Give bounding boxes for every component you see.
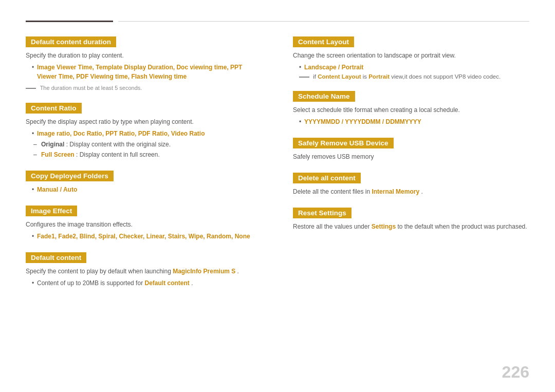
bullets-schedule-name: YYYYMMDD / YYYYDDMM / DDMMYYYY [293, 117, 529, 126]
if-text-prefix: if [313, 73, 318, 80]
page-number: 226 [502, 363, 529, 382]
desc-internal-memory: Internal Memory [372, 188, 419, 195]
section-default-content: Default content Specify the content to p… [26, 252, 262, 288]
desc-text: Specify the content to play by default w… [26, 268, 173, 275]
bullet-item: Image Viewer Time, Template Display Dura… [32, 63, 262, 81]
section-safely-remove-usb: Safely Remove USB Device Safely removes … [293, 138, 529, 161]
section-content-ratio: Content Ratio Specify the display aspect… [26, 103, 262, 159]
rule-light [118, 21, 529, 22]
left-column: Default content duration Specify the dur… [26, 36, 262, 299]
desc-content-layout: Change the screen orientation to landsca… [293, 51, 529, 60]
desc-text2: to the default when the product was purc… [397, 223, 527, 230]
note-dash [26, 88, 36, 89]
note-line-wrapper: The duration must be at least 5 seconds. [26, 84, 262, 91]
bullets-copy-deployed-folders: Manual / Auto [26, 185, 262, 194]
sub-label-gold: Full Screen [41, 151, 75, 158]
bullets-default-content-duration: Image Viewer Time, Template Display Dura… [26, 63, 262, 81]
bullet-item: Manual / Auto [32, 185, 262, 194]
heading-safely-remove-usb: Safely Remove USB Device [293, 138, 394, 148]
section-delete-all-content: Delete all content Delete all the conten… [293, 173, 529, 196]
page-container: Default content duration Specify the dur… [0, 0, 555, 320]
sub-text: : Display content in full screen. [76, 151, 160, 158]
heading-image-effect: Image Effect [26, 206, 77, 216]
sub-item-fullscreen: Full Screen : Display content in full sc… [33, 150, 262, 159]
rule-dark [26, 21, 113, 22]
section-default-content-duration: Default content duration Specify the dur… [26, 36, 262, 91]
bullet-text-gold: Image Viewer Time, Template Display Dura… [37, 64, 242, 80]
heading-reset-settings: Reset Settings [293, 208, 351, 218]
sub-text: : Display content with the original size… [66, 141, 171, 148]
sub-item-original: Original : Display content with the orig… [33, 140, 262, 149]
if-label: Content Layout [318, 73, 361, 80]
bullet-item: Content of up to 20MB is supported for D… [32, 278, 262, 288]
heading-schedule-name: Schedule Name [293, 91, 355, 102]
section-copy-deployed-folders: Copy Deployed Folders Manual / Auto [26, 171, 262, 194]
if-text-suffix: view,it does not support VP8 video codec… [391, 73, 501, 80]
bullet-text-gold: YYYYMMDD / YYYYDDMM / DDMMYYYY [304, 118, 421, 125]
desc-default-content: Specify the content to play by default w… [26, 267, 262, 276]
bullets-content-layout: Landscape / Portrait [293, 63, 529, 72]
desc-content-ratio: Specify the display aspect ratio by type… [26, 117, 262, 126]
bullet-item: YYYYMMDD / YYYYDDMM / DDMMYYYY [299, 117, 529, 126]
bullets-image-effect: Fade1, Fade2, Blind, Spiral, Checker, Li… [26, 232, 262, 241]
section-reset-settings: Reset Settings Restore all the values un… [293, 208, 529, 231]
bullet-text-gold: Manual / Auto [37, 186, 77, 193]
desc-safely-remove-usb: Safely removes USB memory [293, 152, 529, 161]
top-rule [26, 21, 529, 22]
if-dash [299, 77, 309, 78]
content-grid: Default content duration Specify the dur… [26, 36, 529, 299]
desc-image-effect: Configures the image transition effects. [26, 220, 262, 229]
heading-content-layout: Content Layout [293, 36, 354, 47]
bullet-text-gold: Fade1, Fade2, Blind, Spiral, Checker, Li… [37, 233, 250, 240]
heading-content-ratio: Content Ratio [26, 103, 82, 114]
desc-settings: Settings [372, 223, 396, 230]
bullet-text-gold: Landscape / Portrait [304, 64, 363, 71]
section-content-layout: Content Layout Change the screen orienta… [293, 36, 529, 80]
heading-copy-deployed-folders: Copy Deployed Folders [26, 171, 114, 181]
if-text-mid: is [363, 73, 369, 80]
section-schedule-name: Schedule Name Select a schedule title fo… [293, 91, 529, 126]
desc-text: Delete all the content files in [293, 188, 372, 195]
if-note-content-layout: if Content Layout is Portrait view,it do… [293, 73, 529, 80]
bullets-content-ratio: Image ratio, Doc Ratio, PPT Ratio, PDF R… [26, 129, 262, 138]
heading-default-content: Default content [26, 252, 86, 263]
desc-period: . [421, 188, 422, 195]
bullet-text-gold: Image ratio, Doc Ratio, PPT Ratio, PDF R… [37, 130, 205, 137]
bullet-period: . [191, 279, 193, 287]
bullet-item: Image ratio, Doc Ratio, PPT Ratio, PDF R… [32, 129, 262, 138]
bullet-item: Fade1, Fade2, Blind, Spiral, Checker, Li… [32, 232, 262, 241]
desc-default-content-duration: Specify the duration to play content. [26, 51, 262, 60]
bullet-item: Landscape / Portrait [299, 63, 529, 72]
heading-default-content-duration: Default content duration [26, 36, 116, 47]
note-text: The duration must be at least 5 seconds. [40, 85, 142, 91]
desc-period: . [237, 268, 239, 275]
desc-delete-all-content: Delete all the content files in Internal… [293, 187, 529, 196]
sub-list-content-ratio: Original : Display content with the orig… [26, 140, 262, 159]
desc-schedule-name: Select a schedule title format when crea… [293, 105, 529, 115]
heading-delete-all-content: Delete all content [293, 173, 361, 183]
if-label2: Portrait [368, 73, 390, 80]
sub-label: Original [41, 141, 64, 148]
bullet-text: Content of up to 20MB is supported for [37, 279, 144, 287]
section-image-effect: Image Effect Configures the image transi… [26, 206, 262, 241]
desc-reset-settings: Restore all the values under Settings to… [293, 222, 529, 231]
desc-text: Restore all the values under [293, 223, 372, 230]
right-column: Content Layout Change the screen orienta… [293, 36, 529, 299]
desc-magicinfo: MagicInfo Premium S [173, 268, 235, 275]
bullet-gold: Default content [144, 279, 189, 287]
bullets-default-content: Content of up to 20MB is supported for D… [26, 278, 262, 288]
